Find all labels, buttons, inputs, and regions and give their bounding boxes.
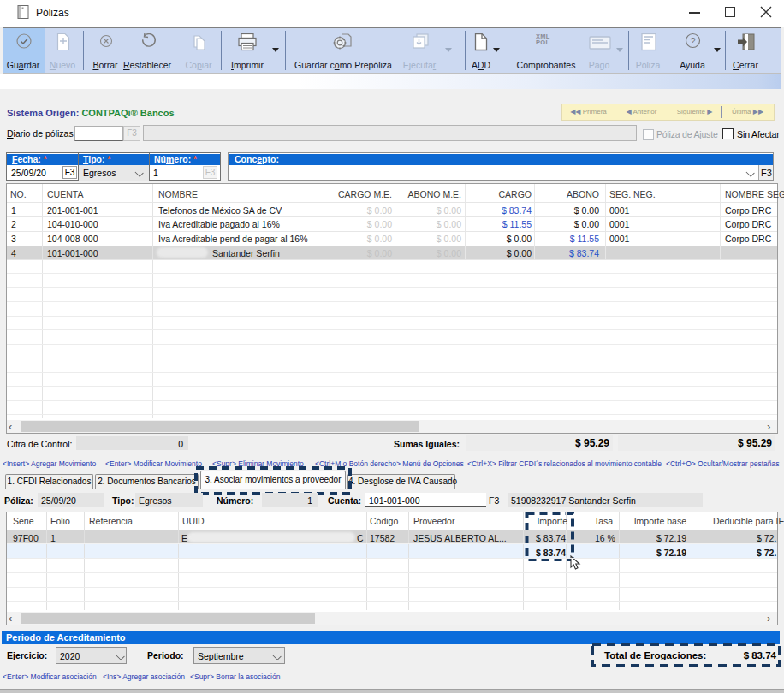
svg-text:?: ? bbox=[690, 36, 695, 46]
